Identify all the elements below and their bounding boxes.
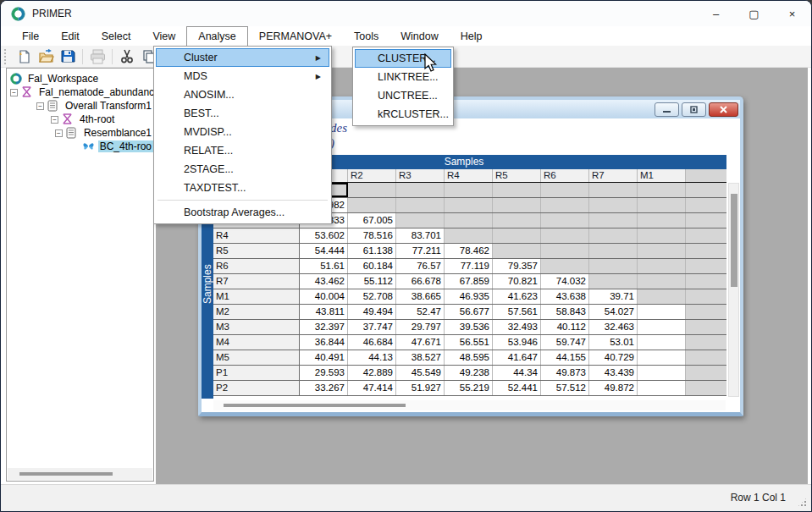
- menu-permanova-[interactable]: PERMANOVA+: [248, 26, 343, 46]
- matrix-cell-m3-r5[interactable]: 32.493: [493, 320, 541, 334]
- minimize-button[interactable]: –: [697, 1, 735, 26]
- matrix-cell-r4-r6[interactable]: [541, 228, 589, 243]
- matrix-cell-m2-r7[interactable]: 54.027: [589, 305, 638, 319]
- matrix-cell-r7-m1[interactable]: [638, 274, 686, 289]
- matrix-cell-r7-r2[interactable]: 55.112: [348, 274, 396, 289]
- tree-collapse-icon[interactable]: −: [36, 102, 44, 110]
- row-header-r7[interactable]: R7: [213, 274, 300, 289]
- matrix-cell-m2-r5[interactable]: 57.561: [493, 305, 541, 319]
- row-header-m2[interactable]: M2: [213, 305, 300, 319]
- analyse-menu-item-mds[interactable]: MDS▶: [156, 67, 329, 85]
- matrix-cell-p2-r3[interactable]: 51.927: [396, 381, 445, 395]
- row-header-p2[interactable]: P2: [213, 381, 300, 395]
- tree-item-label[interactable]: 4th-root: [78, 113, 116, 125]
- tree-item-label[interactable]: Overall Transform1: [64, 100, 153, 112]
- matrix-cell-r7-r6[interactable]: 74.032: [541, 274, 589, 289]
- matrix-cell-p2-r7[interactable]: 49.872: [589, 381, 638, 395]
- save-icon[interactable]: [57, 47, 79, 66]
- menu-window[interactable]: Window: [389, 26, 449, 46]
- tree-item-fal-workspace[interactable]: Fal_Workspace: [10, 72, 153, 85]
- matrix-cell-m2-r3[interactable]: 52.47: [396, 305, 445, 319]
- print-icon[interactable]: [86, 47, 108, 66]
- matrix-cell-r4-r4[interactable]: [445, 228, 493, 243]
- matrix-cell-r3-r5[interactable]: [493, 213, 541, 228]
- maximize-button[interactable]: ▢: [735, 1, 773, 26]
- column-header-r7[interactable]: R7: [589, 169, 638, 182]
- matrix-cell-p2-r4[interactable]: 55.219: [445, 381, 493, 395]
- matrix-cell-r4-r1[interactable]: 53.602: [300, 228, 348, 243]
- open-icon[interactable]: [35, 47, 57, 66]
- matrix-cell-p2-r5[interactable]: 52.441: [493, 381, 541, 395]
- matrix-cell-r2-r7[interactable]: [589, 198, 638, 212]
- matrix-cell-m3-r1[interactable]: 32.397: [300, 320, 348, 334]
- matrix-cell-r3-r6[interactable]: [541, 213, 589, 228]
- matrix-cell-r6-r2[interactable]: 60.184: [348, 259, 396, 273]
- matrix-cell-r6-r4[interactable]: 77.119: [445, 259, 493, 273]
- matrix-cell-m2-r6[interactable]: 58.843: [541, 305, 589, 319]
- matrix-cell-m2-r1[interactable]: 43.811: [300, 305, 348, 319]
- matrix-cell-m1-r4[interactable]: 46.935: [445, 289, 493, 304]
- matrix-cell-p1-r6[interactable]: 49.873: [541, 366, 589, 380]
- matrix-cell-p2-r2[interactable]: 47.414: [348, 381, 396, 395]
- matrix-cell-r4-r7[interactable]: [589, 228, 638, 243]
- grid-vertical-scrollbar[interactable]: [728, 183, 739, 397]
- matrix-cell-m4-r7[interactable]: 53.01: [589, 335, 638, 350]
- cut-icon[interactable]: [116, 47, 138, 66]
- matrix-cell-m1-r6[interactable]: 43.638: [541, 289, 589, 304]
- analyse-menu-item-relate[interactable]: RELATE...: [156, 141, 329, 160]
- matrix-cell-r6-r1[interactable]: 51.61: [300, 259, 348, 273]
- matrix-cell-r1-m1[interactable]: [638, 183, 686, 197]
- matrix-cell-m3-r4[interactable]: 39.536: [445, 320, 493, 334]
- matrix-cell-r4-r3[interactable]: 83.701: [396, 228, 445, 243]
- matrix-cell-m3-m1[interactable]: [638, 320, 686, 334]
- matrix-cell-r1-r2[interactable]: [348, 183, 396, 197]
- row-header-r6[interactable]: R6: [213, 259, 300, 273]
- matrix-cell-m5-r5[interactable]: 41.647: [493, 350, 541, 365]
- analyse-menu-item-mvdisp[interactable]: MVDISP...: [156, 123, 329, 141]
- matrix-cell-r5-r7[interactable]: [589, 244, 638, 258]
- matrix-cell-r5-r3[interactable]: 77.211: [396, 244, 445, 258]
- matrix-cell-r2-r3[interactable]: [396, 198, 445, 212]
- cluster-submenu-item-krcluster[interactable]: kRCLUSTER...: [355, 105, 451, 124]
- matrix-cell-m2-m1[interactable]: [638, 305, 686, 319]
- matrix-cell-p2-r6[interactable]: 57.512: [541, 381, 589, 395]
- matrix-cell-r6-m1[interactable]: [638, 259, 686, 273]
- document-restore-button[interactable]: [682, 102, 706, 117]
- close-button[interactable]: ×: [773, 1, 811, 26]
- matrix-cell-r7-r3[interactable]: 66.678: [396, 274, 445, 289]
- matrix-cell-m5-r2[interactable]: 44.13: [348, 350, 396, 365]
- matrix-cell-m4-m1[interactable]: [638, 335, 686, 350]
- menu-tools[interactable]: Tools: [343, 26, 389, 46]
- column-header-r5[interactable]: R5: [493, 169, 541, 182]
- matrix-cell-p1-r3[interactable]: 45.549: [396, 366, 445, 380]
- matrix-cell-r6-r7[interactable]: [589, 259, 638, 273]
- matrix-cell-r7-r4[interactable]: 67.859: [445, 274, 493, 289]
- column-header-m1[interactable]: M1: [638, 169, 686, 182]
- matrix-cell-r7-r5[interactable]: 70.821: [493, 274, 541, 289]
- matrix-cell-r1-r5[interactable]: [493, 183, 541, 197]
- matrix-cell-m2-r4[interactable]: 56.677: [445, 305, 493, 319]
- matrix-cell-m4-r6[interactable]: 59.747: [541, 335, 589, 350]
- matrix-cell-m3-r2[interactable]: 37.747: [348, 320, 396, 334]
- column-header-r4[interactable]: R4: [445, 169, 493, 182]
- analyse-menu-item-2stage[interactable]: 2STAGE...: [156, 160, 329, 179]
- document-close-button[interactable]: [709, 102, 738, 117]
- menu-file[interactable]: File: [11, 26, 50, 46]
- column-header-r6[interactable]: R6: [541, 169, 589, 182]
- matrix-cell-m3-r6[interactable]: 40.112: [541, 320, 589, 334]
- matrix-cell-m5-r1[interactable]: 40.491: [300, 350, 348, 365]
- matrix-cell-p2-m1[interactable]: [638, 381, 686, 395]
- matrix-cell-r2-r5[interactable]: [493, 198, 541, 212]
- matrix-cell-r1-r3[interactable]: [396, 183, 445, 197]
- matrix-cell-m4-r3[interactable]: 47.671: [396, 335, 445, 350]
- tree-item-overall-transform1[interactable]: −Overall Transform1: [10, 99, 153, 113]
- matrix-cell-m1-r5[interactable]: 41.623: [493, 289, 541, 304]
- matrix-cell-m5-m1[interactable]: [638, 350, 686, 365]
- matrix-cell-r2-m1[interactable]: [638, 198, 686, 212]
- matrix-cell-r1-r7[interactable]: [589, 183, 638, 197]
- tree-horizontal-scrollbar[interactable]: [8, 468, 152, 480]
- matrix-cell-p1-r7[interactable]: 43.439: [589, 366, 638, 380]
- row-header-r4[interactable]: R4: [213, 228, 300, 243]
- matrix-cell-r7-r7[interactable]: [589, 274, 638, 289]
- matrix-cell-r4-m1[interactable]: [638, 228, 686, 243]
